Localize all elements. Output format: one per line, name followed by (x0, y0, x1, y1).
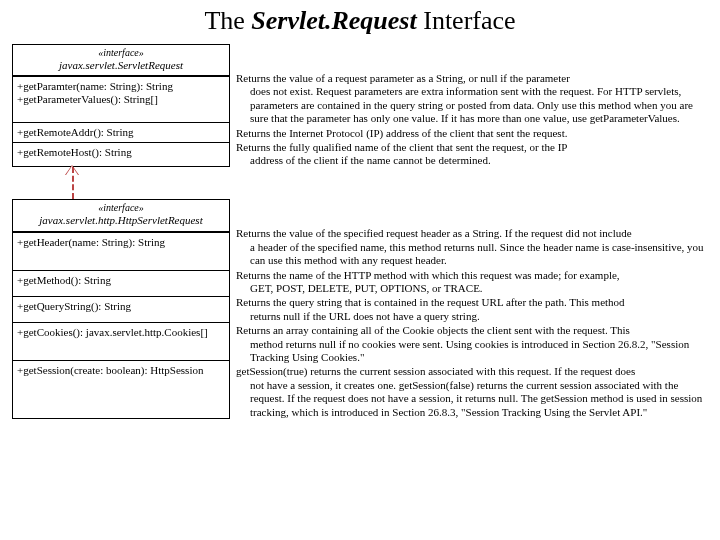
d1a: Returns the value of a request parameter… (236, 72, 570, 84)
content: «interface» javax.servlet.ServletRequest… (12, 44, 708, 420)
uml2-stereo: «interface» (15, 202, 227, 214)
page-title: The Servlet.Request Interface (12, 6, 708, 36)
d6a: Returns the query string that is contain… (236, 296, 625, 308)
d4b: a header of the specified name, this met… (236, 241, 708, 268)
d4a: Returns the value of the specified reque… (236, 227, 632, 239)
uml1-m1m2: +getParamter(name: String): String +getP… (13, 76, 229, 122)
d2: Returns the Internet Protocol (IP) addre… (236, 127, 567, 139)
arrow-line (72, 167, 74, 199)
uml1-m4: +getRemoteHost(): String (13, 142, 229, 166)
right-spacer-uml2 (236, 199, 708, 227)
uml1-m2: +getParameterValues(): String[] (17, 93, 225, 106)
uml2-head: «interface» javax.servlet.http.HttpServl… (13, 200, 229, 231)
desc-getRemoteHost: Returns the fully qualified name of the … (236, 141, 708, 168)
uml1-m3: +getRemoteAddr(): String (13, 122, 229, 142)
d8b: not have a session, it creates one. getS… (236, 379, 708, 419)
uml2-m4: +getCookies(): javax.servlet.http.Cookie… (13, 322, 229, 360)
title-post: Interface (417, 6, 516, 35)
title-pre: The (204, 6, 251, 35)
d3a: Returns the fully qualified name of the … (236, 141, 567, 153)
uml-http-servlet-request: «interface» javax.servlet.http.HttpServl… (12, 199, 230, 418)
desc-getCookies: Returns an array containing all of the C… (236, 324, 708, 364)
d6b: returns null if the URL does not have a … (236, 310, 708, 323)
d5a: Returns the name of the HTTP method with… (236, 269, 620, 281)
uml-servlet-request: «interface» javax.servlet.ServletRequest… (12, 44, 230, 167)
desc-getQueryString: Returns the query string that is contain… (236, 296, 708, 323)
title-italic: Servlet.Request (251, 6, 416, 35)
desc-getHeader: Returns the value of the specified reque… (236, 227, 708, 267)
uml1-head: «interface» javax.servlet.ServletRequest (13, 45, 229, 76)
desc-getMethod: Returns the name of the HTTP method with… (236, 269, 708, 296)
d7a: Returns an array containing all of the C… (236, 324, 630, 336)
uml2-m1: +getHeader(name: String): String (13, 232, 229, 270)
d8a: getSession(true) returns the current ses… (236, 365, 635, 377)
uml1-name: javax.servlet.ServletRequest (15, 59, 227, 72)
uml2-m3: +getQueryString(): String (13, 296, 229, 322)
uml2-name: javax.servlet.http.HttpServletRequest (15, 214, 227, 227)
right-spacer-top (236, 44, 708, 72)
uml1-stereo: «interface» (15, 47, 227, 59)
uml1-m1: +getParamter(name: String): String (17, 80, 225, 93)
d5b: GET, POST, DELETE, PUT, OPTIONS, or TRAC… (236, 282, 708, 295)
realization-arrow (12, 167, 230, 199)
d7b: method returns null if no cookies were s… (236, 338, 708, 365)
uml2-m5: +getSession(create: boolean): HttpSessio… (13, 360, 229, 418)
d1b: does not exist. Request parameters are e… (236, 85, 708, 125)
uml2-m2: +getMethod(): String (13, 270, 229, 296)
desc-getSession: getSession(true) returns the current ses… (236, 365, 708, 419)
desc-getParameter: Returns the value of a request parameter… (236, 72, 708, 126)
desc-getRemoteAddr: Returns the Internet Protocol (IP) addre… (236, 127, 708, 140)
d3b: address of the client if the name cannot… (236, 154, 708, 167)
